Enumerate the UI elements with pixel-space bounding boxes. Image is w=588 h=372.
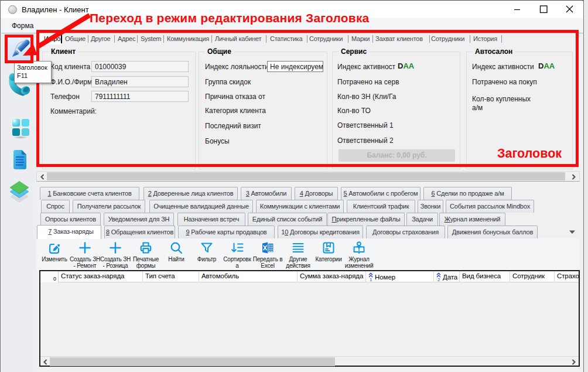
svg-text:1: 1 <box>370 277 372 282</box>
svg-text:2: 2 <box>437 277 440 282</box>
